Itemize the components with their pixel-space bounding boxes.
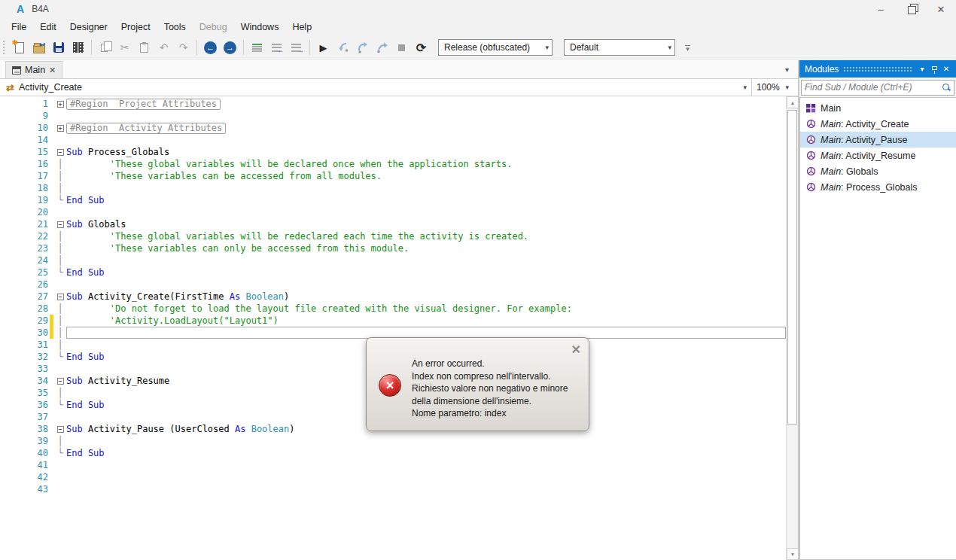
- menu-item-project[interactable]: Project: [114, 20, 157, 35]
- menu-item-file[interactable]: File: [5, 20, 33, 35]
- menu-item-help[interactable]: Help: [285, 20, 318, 35]
- fold-collapse-icon[interactable]: −: [54, 146, 66, 158]
- line-number[interactable]: 15: [0, 146, 48, 158]
- code-text[interactable]: Sub Process_Globals: [66, 146, 786, 158]
- toolbar-grip[interactable]: [3, 41, 7, 54]
- module-list-item-activity_create[interactable]: Main: Activity_Create: [800, 116, 956, 132]
- code-line[interactable]: 24│: [0, 254, 786, 266]
- code-line[interactable]: 1+#Region Project Attributes: [0, 98, 786, 110]
- fold-collapse-icon[interactable]: −: [54, 218, 66, 230]
- toolbar-overflow-button[interactable]: ▾: [685, 45, 690, 50]
- redo-button[interactable]: ↷: [175, 39, 192, 56]
- code-editor[interactable]: 1+#Region Project Attributes910+#Region …: [0, 96, 786, 560]
- navigate-forward-button[interactable]: →: [221, 39, 239, 56]
- code-line[interactable]: 9: [0, 110, 786, 122]
- paste-button[interactable]: [135, 39, 153, 56]
- zoom-level-select[interactable]: 100% ▾: [751, 79, 798, 96]
- code-text[interactable]: [66, 483, 786, 495]
- scroll-up-button[interactable]: ▲: [787, 96, 799, 108]
- code-text[interactable]: #Region Project Attributes: [66, 98, 786, 110]
- fold-expand-icon[interactable]: +: [54, 122, 66, 134]
- chevron-down-icon[interactable]: ▾: [738, 84, 751, 91]
- module-search-box[interactable]: [801, 80, 954, 96]
- code-line[interactable]: 26: [0, 278, 786, 291]
- run-button[interactable]: ▶: [315, 39, 332, 56]
- code-line[interactable]: 25└End Sub: [0, 266, 786, 278]
- code-text[interactable]: [66, 134, 786, 146]
- code-text[interactable]: [66, 254, 786, 266]
- code-text[interactable]: 'Do not forget to load the layout file c…: [66, 303, 786, 315]
- code-line[interactable]: 19└End Sub: [0, 194, 786, 206]
- menu-item-edit[interactable]: Edit: [33, 20, 63, 35]
- cut-button[interactable]: ✂: [116, 39, 133, 56]
- line-number[interactable]: 41: [0, 459, 48, 471]
- new-project-button[interactable]: ✱: [11, 39, 28, 56]
- line-number[interactable]: 20: [0, 206, 48, 218]
- menu-item-windows[interactable]: Windows: [234, 20, 286, 35]
- line-number[interactable]: 21: [0, 218, 48, 230]
- code-text[interactable]: 'These global variables will be declared…: [66, 158, 786, 170]
- copy-button[interactable]: [96, 39, 114, 56]
- code-line[interactable]: 39│: [0, 435, 786, 447]
- line-number[interactable]: 27: [0, 291, 48, 303]
- line-number[interactable]: 26: [0, 278, 48, 291]
- line-number[interactable]: 31: [0, 339, 48, 351]
- module-list-item-process_globals[interactable]: Main: Process_Globals: [800, 179, 956, 195]
- code-text[interactable]: Sub Activity_Create(FirstTime As Boolean…: [66, 291, 786, 303]
- code-line[interactable]: 15−Sub Process_Globals: [0, 146, 786, 158]
- build-configuration-select[interactable]: Release (obfuscated) ▾: [438, 39, 553, 56]
- code-text[interactable]: [66, 435, 786, 447]
- code-line[interactable]: 16│ 'These global variables will be decl…: [0, 158, 786, 170]
- module-list-item-activity_resume[interactable]: Main: Activity_Resume: [800, 148, 956, 163]
- code-line[interactable]: 40└End Sub: [0, 447, 786, 459]
- package-button[interactable]: [69, 39, 87, 56]
- restart-button[interactable]: ⟳: [413, 39, 430, 56]
- line-number[interactable]: 34: [0, 375, 48, 387]
- line-number[interactable]: 32: [0, 351, 48, 363]
- code-line[interactable]: 27−Sub Activity_Create(FirstTime As Bool…: [0, 291, 786, 303]
- menu-item-tools[interactable]: Tools: [157, 20, 193, 35]
- line-number[interactable]: 36: [0, 399, 48, 411]
- panel-close-button[interactable]: ✕: [940, 65, 952, 73]
- close-button[interactable]: ✕: [926, 0, 956, 18]
- module-list-item-activity_pause[interactable]: Main: Activity_Pause: [800, 132, 956, 148]
- indent-button[interactable]: →: [288, 39, 305, 56]
- code-text[interactable]: End Sub: [66, 447, 786, 459]
- comment-format-button[interactable]: [248, 39, 266, 56]
- ui-variant-select[interactable]: Default ▾: [564, 39, 675, 56]
- line-number[interactable]: 1: [0, 98, 48, 110]
- step-into-button[interactable]: [334, 39, 352, 56]
- code-text[interactable]: Sub Globals: [66, 218, 786, 230]
- code-line[interactable]: 14: [0, 134, 786, 146]
- module-list-item-main[interactable]: Main: [800, 100, 956, 116]
- outdent-button[interactable]: ←: [268, 39, 285, 56]
- tab-close-icon[interactable]: ✕: [49, 65, 56, 75]
- code-text[interactable]: 'These global variables will be redeclar…: [66, 230, 786, 242]
- restore-button[interactable]: [896, 0, 926, 18]
- open-project-button[interactable]: ↩: [30, 39, 47, 56]
- undo-button[interactable]: ↶: [155, 39, 172, 56]
- panel-menu-dropdown[interactable]: ▾: [916, 65, 928, 73]
- panel-pin-button[interactable]: [928, 68, 940, 70]
- code-line[interactable]: 41: [0, 459, 786, 471]
- step-out-button[interactable]: [373, 39, 391, 56]
- line-number[interactable]: 10: [0, 122, 48, 134]
- code-text[interactable]: [66, 110, 786, 122]
- modules-panel-header[interactable]: Modules ▾ ✕: [799, 60, 956, 78]
- code-line[interactable]: 17│ 'These variables can be accessed fro…: [0, 170, 786, 182]
- dialog-close-icon[interactable]: ✕: [571, 342, 581, 357]
- line-number[interactable]: 38: [0, 423, 48, 435]
- line-number[interactable]: 9: [0, 110, 48, 122]
- editor-scrollbar[interactable]: ▲ ▼: [786, 96, 798, 560]
- code-line[interactable]: 10+#Region Activity Attributes: [0, 122, 786, 134]
- line-number[interactable]: 35: [0, 387, 48, 399]
- code-line[interactable]: 29│ 'Activity.LoadLayout("Layout1"): [0, 315, 786, 327]
- code-text[interactable]: [66, 471, 786, 483]
- code-line[interactable]: 21−Sub Globals: [0, 218, 786, 230]
- code-text[interactable]: [66, 206, 786, 218]
- navigate-back-button[interactable]: ←: [202, 39, 219, 56]
- minimize-button[interactable]: –: [866, 0, 896, 18]
- search-input[interactable]: [805, 82, 942, 93]
- line-number[interactable]: 28: [0, 303, 48, 315]
- line-number[interactable]: 30: [0, 327, 48, 339]
